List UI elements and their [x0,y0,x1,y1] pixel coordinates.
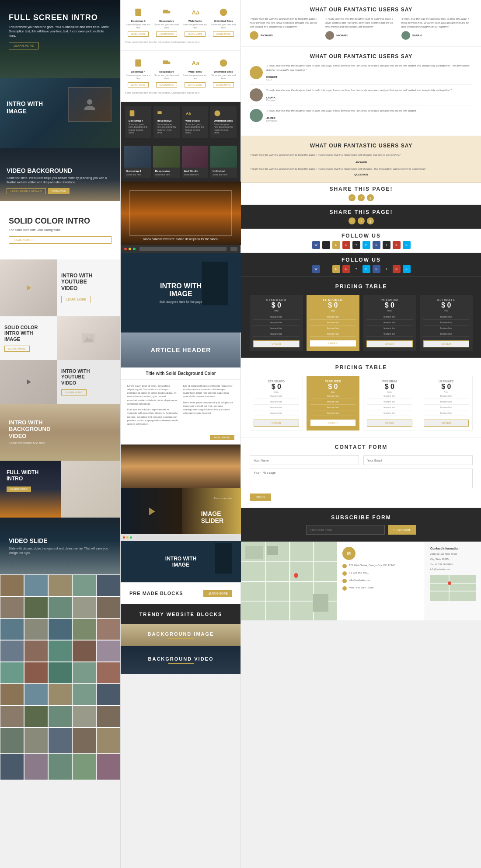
fbd2-item: Unlimited Some text here [210,146,237,178]
fi-btn[interactable]: LEARN MORE [185,32,205,37]
map-info: M 123 Web Street, Design City, DC 12345 … [337,542,425,620]
tw-dark-icon[interactable]: I [322,265,330,273]
youtube-follow-icon[interactable]: C [342,241,350,249]
video-bg-btn2[interactable]: PURCHASE [48,188,70,194]
features2-description: Some description text here for this sect… [125,91,237,94]
fi-btn[interactable]: LEARN MORE [213,82,234,88]
twitter-follow-icon[interactable]: I [322,241,330,249]
pinterest-follow-icon[interactable]: S [373,241,380,249]
google-follow-icon[interactable]: H [362,241,370,249]
author-avatar [250,31,258,40]
fi-text: Some text goes here and here [210,74,237,80]
subscribe-btn[interactable]: SUBSCRIBE [388,525,416,535]
solid-intro-image-section: SOLID COLOR INTRO WITH IMAGE LEARN MORE [0,316,120,360]
facebook-share-icon[interactable]: f [349,194,356,201]
contact-message-input[interactable] [250,469,473,488]
subscribe-row: SUBSCRIBE [250,525,473,535]
rs-dark-icon[interactable]: E [403,265,411,273]
tumblr-follow-icon[interactable]: I [383,241,390,249]
full-screen-intro-btn[interactable]: LEARN MORE [9,42,38,49]
contact-name-input[interactable] [250,455,359,465]
pt-dark-icon[interactable]: S [373,265,380,273]
browser-url-bar [139,247,227,251]
p2-select-btn[interactable]: ORDER [424,420,469,427]
plan-select-btn[interactable]: ORDER [253,340,300,347]
contact-form-title: CONTACT FORM [250,444,473,450]
video-bg-btn1[interactable]: LEARN MORE & DETAILS [7,188,46,194]
browser2-bar [121,534,241,541]
contact-send-btn[interactable]: SEND [250,494,271,501]
fb-dark-icon[interactable]: W [312,265,320,273]
feature-item: Bootstrap 4 Some text goes here and here… [125,57,151,88]
tb-dark-icon[interactable]: I [383,265,390,273]
pricing-title-dark: PRICING TABLE [250,284,473,290]
fi-btn[interactable]: LEARN MORE [156,82,177,88]
fi-title: Bootstrap 3 [125,20,151,22]
p2-select-btn[interactable]: ORDER [367,420,412,427]
contact-email-input[interactable] [363,455,473,465]
fi-btn[interactable]: LEARN MORE [213,32,234,37]
browser-dot-red [124,248,127,250]
gplus-share-icon[interactable]: g [367,194,374,201]
ig-dark-icon[interactable]: Y [352,265,360,273]
background-image-section: BACKGROUND IMAGE [121,624,241,646]
svg-point-15 [214,110,220,116]
p2-select-btn[interactable]: ORDER [254,420,299,427]
twitter-share-icon[interactable]: t [358,194,365,201]
phone-item: +1 234 567 8901 [342,571,419,576]
p2-feature: feature line [310,405,356,410]
plan-feature: feature line [253,326,300,331]
solid-intro-title: SOLID COLOR INTRO [9,217,112,226]
row-item [0,754,24,780]
li-dark-icon[interactable]: L [332,265,340,273]
instagram-follow-icon[interactable]: Y [352,241,360,249]
plan-select-featured-btn[interactable]: ORDER [310,340,356,346]
plan-feature: feature line [366,320,413,326]
youtube2-btn[interactable]: LEARN MORE [61,389,87,396]
solid-intro-img-btn[interactable]: LEARN MORE [4,346,30,352]
grid-item [48,574,72,596]
linkedin-follow-icon[interactable]: L [332,241,340,249]
gplus-share-dark-icon[interactable]: g [367,217,374,224]
fbd-title: Web Studio [185,119,205,122]
fbd2-text: Some text here [213,173,235,176]
subscribe-email-input[interactable] [306,525,385,535]
twitter-share-dark-icon[interactable]: t [358,217,365,224]
fi-btn[interactable]: LEARN MORE [128,32,148,37]
yt-dark-icon[interactable]: C [342,265,350,273]
article-body: Lorem ipsum dolor sit amet, consectetur … [121,380,241,433]
svg-point-6 [220,8,227,16]
plan-select-btn[interactable]: ORDER [366,340,413,347]
row-item [0,728,24,754]
p2-select-featured-btn[interactable]: ORDER [310,420,356,426]
article-read-more-btn[interactable]: READ MORE [210,435,234,440]
grid-item [24,618,48,640]
fi-text: Some text goes here and here [125,74,151,80]
fwi-btn[interactable]: LEARN MORE [7,486,31,492]
contact-form-section: CONTACT FORM SEND [241,438,481,508]
gp-dark-icon[interactable]: H [362,265,370,273]
grid-item [24,684,48,706]
fbd2-image [182,146,209,168]
plan-select-btn[interactable]: ORDER [423,340,470,347]
p2-price: $ 0 [424,383,469,391]
facebook-follow-icon[interactable]: W [312,241,320,249]
youtube-btn[interactable]: LEARN MORE [61,296,91,303]
vimeo-follow-icon[interactable]: B [393,241,401,249]
bg-video-line [168,663,194,664]
solid-intro-btn[interactable]: LEARN MORE [9,236,112,244]
pricing-table-dark: PRICING TABLE STANDARD $ 0 /mo feature l… [241,277,481,358]
fi-text: Some text goes here and here [153,74,180,80]
video-slide-section: VIDEO SLIDE Slide with picture, video ba… [0,518,120,574]
rss-follow-icon[interactable]: E [403,241,411,249]
p2-feature: feature line [254,405,299,410]
email-item: info@website.com [342,578,419,583]
pre-made-btn[interactable]: LEARN MORE [203,590,232,597]
browser-bar [121,245,241,253]
vm-dark-icon[interactable]: B [393,265,401,273]
browser-person [202,262,228,305]
facebook-share-dark-icon[interactable]: f [349,217,356,224]
fi-btn[interactable]: LEARN MORE [128,82,148,88]
fi-btn[interactable]: LEARN MORE [156,32,177,37]
fi-btn[interactable]: LEARN MORE [185,82,205,88]
